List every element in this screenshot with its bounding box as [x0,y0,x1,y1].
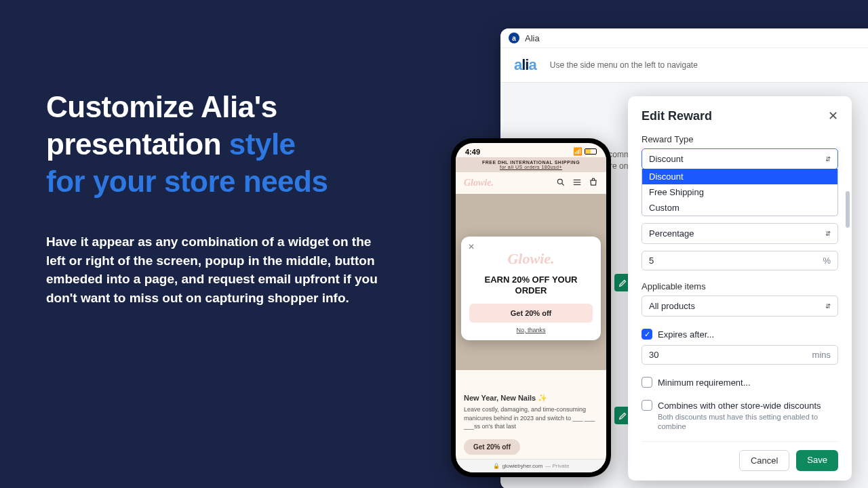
app-bar: alia Use the side menu on the left to na… [500,48,868,83]
close-icon[interactable]: ✕ [468,242,475,251]
phone-status-bar: 4:49 📶 [456,143,606,157]
window-titlebar: a Alia [500,28,868,48]
headline-part-2a: presentation [46,127,229,161]
expires-input[interactable]: 30 mins [642,345,838,365]
modal-scrollbar[interactable] [846,191,850,228]
modal-title: Edit Reward [642,109,712,123]
headline-part-1: Customize Alia's [46,90,277,123]
chevron-updown-icon: ⇵ [825,302,831,310]
svg-line-1 [562,184,564,186]
phone-time: 4:49 [465,148,480,156]
close-icon[interactable]: ✕ [828,108,838,123]
headline-part-2b: style [229,127,296,161]
store-logo: Glowie. [464,178,494,188]
popup-logo: Glowie. [469,250,593,268]
combines-helper: Both discounts must have this setting en… [658,412,838,432]
option-custom[interactable]: Custom [642,200,837,216]
signal-icon: 📶 [573,147,583,156]
headline: Customize Alia's presentation style for … [46,88,426,200]
combines-checkbox[interactable] [642,400,652,411]
cart-icon[interactable] [589,178,598,188]
svg-point-0 [557,179,562,184]
combines-label: Combines with other store-wide discounts [658,401,821,411]
promo-banner: FREE DHL INTERNATIONAL SHIPPING for all … [456,157,606,172]
store-header: Glowie. [456,172,606,194]
app-favicon: a [509,33,519,43]
caption-title: New Year, New Nails ✨ [464,394,598,403]
discount-amount-input[interactable]: 5 % [642,251,838,270]
battery-icon [585,148,597,155]
min-requirement-checkbox[interactable] [642,377,652,388]
window-title: Alia [525,33,540,43]
discount-type-select[interactable]: Percentage ⇵ [642,223,838,244]
applicable-items-label: Applicable items [642,281,838,291]
alia-logo: alia [514,56,536,74]
phone-url-bar: 🔒 glowiebyher.com — Private [456,459,606,472]
phone-mockup: 4:49 📶 FREE DHL INTERNATIONAL SHIPPING f… [451,138,611,477]
lock-icon: 🔒 [493,463,500,469]
marketing-subtext: Have it appear as any combination of a w… [46,232,378,307]
chevron-updown-icon: ⇵ [825,230,831,237]
chevron-updown-icon: ⇵ [825,155,831,163]
reward-type-dropdown: Discount Free Shipping Custom [642,169,838,216]
cancel-button[interactable]: Cancel [739,450,789,471]
option-discount[interactable]: Discount [642,169,837,184]
save-button[interactable]: Save [796,450,838,471]
expires-label: Expires after... [658,329,714,340]
popup-decline-link[interactable]: No, thanks [469,327,593,333]
caption-body: Leave costly, damaging, and time-consumi… [464,405,598,431]
menu-icon[interactable] [572,178,582,188]
marketing-copy: Customize Alia's presentation style for … [46,88,426,307]
min-requirement-label: Minimum requirement... [658,378,751,388]
expires-checkbox[interactable]: ✓ [642,329,652,340]
reward-type-label: Reward Type [642,134,838,144]
reward-type-select[interactable]: Discount ⇵ [642,148,838,169]
option-free-shipping[interactable]: Free Shipping [642,184,837,200]
floating-cta-button[interactable]: Get 20% off [464,439,520,455]
popup-cta-button[interactable]: Get 20% off [469,304,593,323]
popup-title: EARN 20% OFF YOUR ORDER [469,274,593,297]
headline-part-3: for your store needs [46,165,328,198]
applicable-items-select[interactable]: All products ⇵ [642,296,838,317]
search-icon[interactable] [556,178,566,188]
appbar-hint: Use the side menu on the left to navigat… [550,60,698,70]
offer-popup: ✕ Glowie. EARN 20% OFF YOUR ORDER Get 20… [461,237,601,340]
edit-reward-modal: Edit Reward ✕ Reward Type Discount ⇵ Dis… [628,96,852,481]
